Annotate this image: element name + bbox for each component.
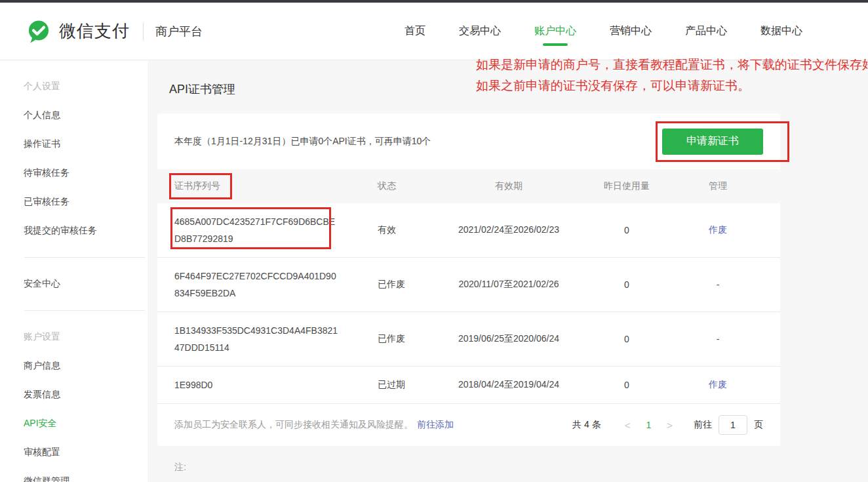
go-add-link[interactable]: 前往添加 <box>417 419 454 431</box>
card-footer: 添加员工为安全联系人，可同步接收相关通知及风险提醒。 前往添加 共 4 条 < … <box>157 404 780 446</box>
cert-serial-text: 4685A007DC4235271F7CF69D6BCBED8B77292819 <box>174 216 335 244</box>
void-cert-link[interactable]: 作废 <box>673 224 763 236</box>
cert-usage: 0 <box>581 225 673 235</box>
cert-validity: 2019/06/25至2020/06/24 <box>437 333 581 345</box>
brand-name: 微信支付 <box>59 20 130 43</box>
table-row: 1B134933F535DC4931C3D4A4FB382147DDD15114… <box>157 312 780 367</box>
wechat-pay-logo-icon <box>26 19 51 44</box>
cert-status: 已过期 <box>378 379 437 391</box>
sidebar-item-operation-cert[interactable]: 操作证书 <box>0 130 148 159</box>
cert-action-none: - <box>673 279 763 290</box>
cert-serial: 1E998D0 <box>174 367 338 403</box>
quota-summary: 本年度（1月1日-12月31日）已申请0个API证书，可再申请10个 <box>174 136 431 148</box>
table-row: 1E998D0 已过期 2018/04/24至2019/04/24 0 作废 <box>157 367 780 404</box>
page-number-current[interactable]: 1 <box>639 420 658 430</box>
col-header-usage: 昨日使用量 <box>581 180 673 192</box>
cert-usage: 0 <box>581 380 673 390</box>
brand-separator <box>143 23 144 40</box>
red-annotation-line1: 如果是新申请的商户号，直接看教程配置证书，将下载的证书文件保存好。 <box>476 54 868 75</box>
brand: 微信支付 商户平台 <box>0 19 203 44</box>
sidebar-item-merchant-info[interactable]: 商户信息 <box>0 351 148 380</box>
cert-validity: 2020/11/07至2021/02/26 <box>437 279 581 291</box>
sidebar-item-reviewed[interactable]: 已审核任务 <box>0 188 148 216</box>
sidebar-item-review-config[interactable]: 审核配置 <box>0 438 148 467</box>
cert-status: 已作废 <box>378 333 437 345</box>
sidebar-item-pending-review[interactable]: 待审核任务 <box>0 159 148 188</box>
cert-serial: 6F464F97EC27E702CFCCD9A401D90834F59EB2DA <box>174 258 338 311</box>
prev-page-icon[interactable]: < <box>616 420 640 431</box>
apply-new-cert-button[interactable]: 申请新证书 <box>662 129 763 155</box>
platform-name: 商户平台 <box>155 24 203 39</box>
table-row: 4685A007DC4235271F7CF69D6BCBED8B77292819… <box>157 203 780 258</box>
cert-management-card: 本年度（1月1日-12月31日）已申请0个API证书，可再申请10个 申请新证书… <box>157 113 780 446</box>
nav-product-center[interactable]: 产品中心 <box>685 3 727 60</box>
cert-status: 有效 <box>378 224 437 236</box>
sidebar-item-wechat-group-mgmt[interactable]: 微信群管理 <box>0 467 148 482</box>
goto-page-input[interactable] <box>719 415 747 435</box>
cert-serial: 4685A007DC4235271F7CF69D6BCBED8B77292819 <box>174 203 338 257</box>
security-contact-tip: 添加员工为安全联系人，可同步接收相关通知及风险提醒。 <box>174 419 413 431</box>
col-header-manage: 管理 <box>673 180 763 192</box>
red-annotation-line2: 如果之前申请的证书没有保存，可以申请新证书。 <box>476 75 868 96</box>
goto-label: 前往 <box>694 419 712 431</box>
cert-usage: 0 <box>581 279 673 290</box>
table-row: 6F464F97EC27E702CFCCD9A401D90834F59EB2DA… <box>157 258 780 312</box>
col-header-serial-label: 证书序列号 <box>174 180 220 191</box>
pagination: 共 4 条 < 1 > 前往 页 <box>572 415 763 435</box>
note-title: 注: <box>174 460 780 473</box>
footer-note: 注: 1、你最多可同时使用3个有效证书，为减少风险，建议及时作废不使用的API证… <box>174 460 780 482</box>
sidebar-item-api-security[interactable]: API安全 <box>0 409 148 438</box>
pagination-total: 共 4 条 <box>572 419 601 431</box>
red-annotation-text: 如果是新申请的商户号，直接看教程配置证书，将下载的证书文件保存好。 如果之前申请… <box>476 54 868 96</box>
card-top-row: 本年度（1月1日-12月31日）已申请0个API证书，可再申请10个 申请新证书 <box>157 113 780 169</box>
nav-account-center[interactable]: 账户中心 <box>534 3 576 60</box>
top-nav: 首页 交易中心 账户中心 营销中心 产品中心 数据中心 <box>404 3 802 60</box>
page-suffix: 页 <box>754 419 763 431</box>
nav-marketing-center[interactable]: 营销中心 <box>610 3 652 60</box>
col-header-status: 状态 <box>378 180 437 192</box>
app-header: 微信支付 商户平台 首页 交易中心 账户中心 营销中心 产品中心 数据中心 <box>0 3 868 60</box>
nav-data-center[interactable]: 数据中心 <box>760 3 802 60</box>
col-header-serial: 证书序列号 <box>174 180 378 192</box>
sidebar-divider <box>24 257 145 258</box>
cert-validity: 2021/02/24至2026/02/23 <box>437 224 581 236</box>
table-header-row: 证书序列号 状态 有效期 昨日使用量 管理 <box>157 169 780 203</box>
cert-serial: 1B134933F535DC4931C3D4A4FB382147DDD15114 <box>174 312 338 366</box>
sidebar-item-security-center[interactable]: 安全中心 <box>0 270 148 298</box>
nav-transaction-center[interactable]: 交易中心 <box>459 3 501 60</box>
cert-status: 已作废 <box>378 279 437 291</box>
cert-usage: 0 <box>581 334 673 344</box>
void-cert-link[interactable]: 作废 <box>673 379 763 391</box>
sidebar: 个人设置 个人信息 操作证书 待审核任务 已审核任务 我提交的审核任务 安全中心… <box>0 60 148 482</box>
cert-validity: 2018/04/24至2019/04/24 <box>437 379 581 391</box>
sidebar-group-personal-settings: 个人设置 <box>0 72 148 101</box>
cert-action-none: - <box>673 334 763 344</box>
sidebar-item-personal-info[interactable]: 个人信息 <box>0 101 148 130</box>
main-content: API证书管理 如果是新申请的商户号，直接看教程配置证书，将下载的证书文件保存好… <box>148 60 780 482</box>
sidebar-item-invoice-info[interactable]: 发票信息 <box>0 380 148 409</box>
sidebar-divider <box>24 310 145 311</box>
nav-home[interactable]: 首页 <box>404 3 425 60</box>
col-header-validity: 有效期 <box>437 180 581 192</box>
next-page-icon[interactable]: > <box>658 420 682 431</box>
sidebar-group-account-settings: 账户设置 <box>0 323 148 351</box>
apply-button-wrap: 申请新证书 <box>662 129 763 155</box>
sidebar-item-my-submitted-review[interactable]: 我提交的审核任务 <box>0 216 148 245</box>
